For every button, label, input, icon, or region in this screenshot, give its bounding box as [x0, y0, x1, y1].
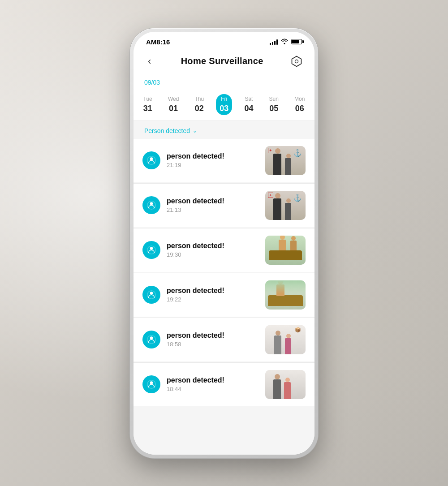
back-button[interactable]: ‹ — [144, 54, 155, 69]
calendar-day-01[interactable]: Wed 01 — [164, 94, 182, 115]
day-num-31: 31 — [143, 104, 152, 113]
filter-chevron-icon: ⌄ — [193, 128, 197, 134]
status-icons — [270, 38, 302, 46]
calendar-day-05[interactable]: Sun 05 — [266, 94, 282, 115]
event-info: person detected!18:44 — [167, 376, 259, 392]
svg-point-0 — [295, 60, 298, 63]
event-thumbnail: ⚓ + — [265, 146, 306, 175]
person-detected-icon — [142, 241, 160, 259]
person-detected-icon — [142, 196, 160, 214]
event-thumbnail — [265, 280, 306, 310]
filter-label: Person detected — [144, 127, 190, 134]
nav-header: ‹ Home Surveillance — [134, 49, 314, 75]
event-title: person detected! — [167, 197, 259, 205]
person-detected-icon — [142, 286, 160, 304]
event-card[interactable]: person detected!18:58 📦 — [134, 318, 314, 361]
event-card[interactable]: person detected!21:13 ⚓ + — [134, 184, 314, 227]
calendar-day-06[interactable]: Mon 06 — [291, 94, 308, 115]
phone-frame: AM8:16 — [130, 28, 318, 458]
wifi-icon — [280, 38, 289, 46]
day-name-04: Sat — [245, 96, 253, 102]
event-title: person detected! — [167, 242, 259, 250]
day-name-03: Fri — [221, 96, 227, 102]
event-title: person detected! — [167, 152, 259, 160]
event-card[interactable]: person detected!19:30 — [134, 228, 314, 272]
event-card[interactable]: person detected!21:19 ⚓ + — [134, 139, 314, 182]
signal-icon — [270, 39, 278, 45]
event-card[interactable]: person detected!19:22 — [134, 273, 314, 317]
phone-screen: AM8:16 — [134, 32, 314, 455]
current-date: 09/03 — [144, 79, 304, 86]
calendar-strip: Tue 31 Wed 01 Thu 02 Fri 03 Sat 04 Sun 0… — [134, 94, 314, 120]
calendar-day-31[interactable]: Tue 31 — [140, 94, 156, 115]
content-area[interactable]: Person detected ⌄ person detected!21:19 … — [134, 121, 314, 455]
event-thumbnail — [265, 370, 306, 399]
filter-row[interactable]: Person detected ⌄ — [134, 121, 314, 139]
event-info: person detected!21:19 — [167, 152, 259, 168]
event-time: 18:44 — [167, 386, 259, 392]
events-list: person detected!21:19 ⚓ + person detecte… — [134, 139, 314, 406]
day-name-06: Mon — [294, 96, 305, 102]
day-num-03: 03 — [220, 104, 228, 113]
day-num-02: 02 — [195, 104, 204, 113]
event-title: person detected! — [167, 376, 259, 384]
person-detected-icon — [142, 331, 160, 348]
event-thumbnail: 📦 — [265, 325, 306, 354]
day-num-06: 06 — [295, 104, 304, 113]
status-bar: AM8:16 — [134, 32, 314, 49]
event-time: 19:22 — [167, 296, 259, 303]
settings-button[interactable] — [289, 54, 304, 69]
person-detected-icon — [142, 375, 160, 393]
event-info: person detected!19:30 — [167, 242, 259, 258]
hex-settings-icon — [290, 55, 303, 68]
day-num-04: 04 — [244, 104, 253, 113]
event-time: 18:58 — [167, 341, 259, 348]
event-title: person detected! — [167, 331, 259, 340]
event-time: 21:13 — [167, 206, 259, 213]
day-name-02: Thu — [194, 96, 204, 102]
calendar-day-04[interactable]: Sat 04 — [241, 94, 257, 115]
calendar-day-02[interactable]: Thu 02 — [191, 94, 207, 115]
page-title: Home Surveillance — [181, 56, 263, 66]
event-card[interactable]: person detected!18:44 — [134, 363, 314, 406]
event-thumbnail: ⚓ + — [265, 191, 306, 220]
event-title: person detected! — [167, 287, 259, 295]
battery-icon — [291, 39, 302, 44]
day-num-01: 01 — [169, 104, 178, 113]
day-name-05: Sun — [269, 96, 279, 102]
day-name-01: Wed — [168, 96, 179, 102]
day-name-31: Tue — [143, 96, 152, 102]
day-num-05: 05 — [269, 104, 278, 113]
event-info: person detected!18:58 — [167, 331, 259, 348]
event-info: person detected!19:22 — [167, 287, 259, 303]
event-thumbnail — [265, 236, 306, 265]
event-info: person detected!21:13 — [167, 197, 259, 213]
event-time: 19:30 — [167, 251, 259, 258]
date-header: 09/03 — [134, 75, 314, 94]
calendar-day-03[interactable]: Fri 03 — [216, 94, 232, 115]
event-time: 21:19 — [167, 162, 259, 168]
status-time: AM8:16 — [146, 38, 170, 46]
person-detected-icon — [142, 151, 160, 169]
